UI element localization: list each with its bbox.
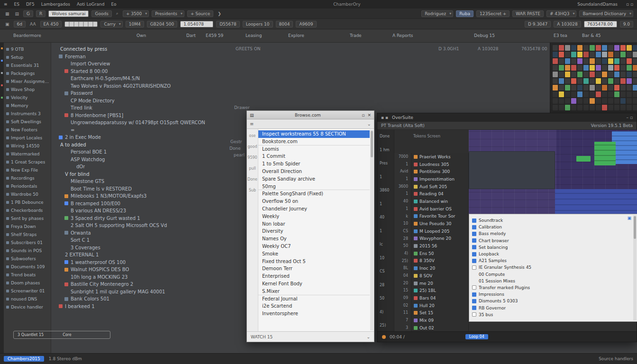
sidebar-item[interactable]: Soft Dwellings <box>4 118 51 126</box>
dialog-list-item[interactable]: Enterprised <box>258 273 370 280</box>
track-row[interactable]: me 20 <box>411 280 468 287</box>
sidebar-item[interactable]: Instruments 3 <box>4 109 51 118</box>
sidebar-item[interactable]: Mixer Assignments <box>4 77 51 85</box>
menubar-right-title[interactable]: SoundalandDamas <box>577 2 618 7</box>
activity-dot[interactable] <box>1 60 3 62</box>
chevron-down-icon[interactable]: ⌄ <box>366 335 370 339</box>
toolbar-control[interactable]: 123Secret + <box>476 10 510 17</box>
track-row[interactable]: Balanced win <box>411 198 468 205</box>
browser-list-item[interactable]: A21 Samples <box>472 257 630 264</box>
sidebar-item[interactable]: Velocity <box>4 93 51 101</box>
dialog-list-item[interactable]: Spare Sandlay archive <box>258 175 370 183</box>
window-controls-icon[interactable]: ▫ ▫ <box>626 2 633 7</box>
browser-list-item[interactable]: Chart browser <box>472 237 630 244</box>
toolbar-control[interactable]: D 9.3047 <box>525 21 551 27</box>
timeline-clip-green[interactable] <box>594 142 616 165</box>
track-row[interactable]: Inoc 20 <box>411 264 468 272</box>
dialog-list-item[interactable]: i2e Scartend <box>258 302 370 310</box>
panel-tab[interactable]: Explore <box>288 33 304 38</box>
sidebar-item[interactable]: Sounds in POS <box>4 246 51 255</box>
dialog-list-item[interactable]: Palette SongShard (Fixed) <box>258 190 370 198</box>
toolbar-control[interactable]: 7635478.00 <box>584 21 617 27</box>
sidebar-item[interactable]: Screenwriter 01 <box>4 287 51 295</box>
tree-item[interactable]: Import Overview <box>51 60 550 68</box>
toolbar-control[interactable]: ▦ <box>4 11 11 17</box>
toolbar-control[interactable]: R <box>36 10 46 17</box>
track-row[interactable]: Out 02 <box>411 324 468 331</box>
menu-icon[interactable]: ≡ <box>250 121 254 127</box>
toolbar-control[interactable]: G <box>23 10 33 17</box>
track-row[interactable]: Loudness 305 <box>411 161 468 168</box>
sidebar-item[interactable]: Essentials 31 <box>4 61 51 69</box>
sidebar-item[interactable]: Packagings <box>4 69 51 77</box>
sidebar-item[interactable]: Subscribers 01 <box>4 238 51 246</box>
browser-list-item[interactable]: Elvins <box>472 318 630 319</box>
sidebar-item[interactable]: Freya Down <box>4 222 51 230</box>
dialog-list-item[interactable]: S.Mixer <box>258 288 370 295</box>
panel-tab[interactable]: Own <box>136 33 146 38</box>
tree-item[interactable]: Foreman <box>51 53 550 61</box>
chevron-down-icon[interactable]: ⌄ <box>367 121 371 127</box>
track-row[interactable]: Favorite Tour Sor <box>411 213 468 220</box>
close-icon[interactable]: ✕ <box>367 113 371 118</box>
sidebar-item[interactable]: New Footers <box>4 126 51 134</box>
window-controls-icon[interactable]: – ▫ <box>627 115 633 120</box>
dialog-list-item[interactable]: Bookstore.com <box>258 138 370 146</box>
toolbar-control[interactable]: WAR PASTE <box>512 10 544 17</box>
toolbar-control[interactable]: Presidents <box>152 10 184 17</box>
toolbar-control[interactable]: 1.054078 <box>180 21 213 27</box>
sidebar-item[interactable]: Watermarked <box>4 150 51 158</box>
daw-titlebar[interactable]: ▪ ▪ OverSuite – ▫ <box>377 113 637 122</box>
browser-list-item[interactable]: IE Granular Synthesis 45 <box>472 264 630 271</box>
track-row[interactable]: Pontitions 300 <box>411 168 468 175</box>
toolbar-control[interactable]: Goods <box>91 10 111 17</box>
loop-chip[interactable]: Loop 04 <box>465 334 488 339</box>
browser-list-item[interactable]: Dismounts 5 0303 <box>472 298 630 304</box>
track-row[interactable]: Une Pseudo 30 <box>411 220 468 228</box>
dialog-list-item[interactable]: Smoke <box>258 250 370 258</box>
menu-item[interactable]: Aoti LoGrand <box>77 2 104 7</box>
sidebar-item[interactable]: 9 OTB <box>4 45 51 53</box>
activity-dot[interactable] <box>1 47 3 49</box>
browser-list-item[interactable]: Soundtrack <box>472 217 630 224</box>
dialog-list-item[interactable]: Chandelier Journey <box>258 205 370 213</box>
browser-list-item[interactable]: Transfer marked Plugins <box>472 284 630 291</box>
menu-item[interactable]: ≡ <box>4 2 8 7</box>
minimize-icon[interactable]: ▫ <box>362 113 364 118</box>
track-row[interactable]: Hull 20 <box>411 302 468 309</box>
sidebar-item[interactable]: Subwoofers <box>4 255 51 263</box>
dialog-list-item[interactable]: 1 Commit <box>258 153 370 160</box>
track-row[interactable]: Mix 09 <box>411 317 468 324</box>
timeline-clip-green-small[interactable] <box>576 156 591 162</box>
toolbar-control[interactable]: Wolves samurai <box>48 10 89 17</box>
browser-list-item[interactable]: Impressions <box>472 291 630 298</box>
menu-item[interactable]: ES <box>14 2 19 7</box>
toolbar-control[interactable]: 10M4 <box>126 21 144 27</box>
browser-list-item[interactable]: RB Governor <box>472 304 630 311</box>
browser-list-item[interactable]: Calibration <box>472 224 630 230</box>
tree-item[interactable]: CP Mode Directory <box>51 97 550 105</box>
browser-list-item[interactable]: 35 bus <box>472 311 630 318</box>
panel-tab[interactable]: Beardermore <box>13 33 41 38</box>
sidebar-item[interactable]: Documents 109 <box>4 263 51 271</box>
track-row[interactable]: Reading 04 <box>411 190 468 198</box>
browser-list-item[interactable]: 00 Compute <box>472 271 630 278</box>
toolbar-control[interactable]: ▣ <box>4 21 11 27</box>
panel-tab[interactable]: Debug 15 <box>474 33 495 38</box>
activity-dot[interactable] <box>1 97 3 99</box>
track-row[interactable]: Avid barrier OS <box>411 205 468 213</box>
menu-item[interactable]: DF5 <box>26 2 35 7</box>
dialog-list-item[interactable]: Federal Journal <box>258 295 370 303</box>
track-row[interactable]: M Looped 205 <box>411 228 468 235</box>
activity-dot[interactable] <box>1 72 3 74</box>
toolbar-control[interactable]: Carry <box>100 21 122 27</box>
toolbar-control[interactable]: Rodriguez <box>421 10 453 17</box>
dialog-list-item[interactable]: 1 to 5mb Spider <box>258 160 370 168</box>
panel-tab[interactable]: Trade <box>350 33 362 38</box>
dialog-list-item[interactable]: Diversity <box>258 228 370 235</box>
toolbar-control[interactable] <box>64 21 98 27</box>
track-row[interactable]: Aud Soft 205 <box>411 183 468 191</box>
track-row[interactable]: Ens 50 <box>411 250 468 257</box>
menu-item[interactable]: Lambergados <box>41 2 70 7</box>
dialog-list-item[interactable]: Overflow 50 on <box>258 198 370 205</box>
